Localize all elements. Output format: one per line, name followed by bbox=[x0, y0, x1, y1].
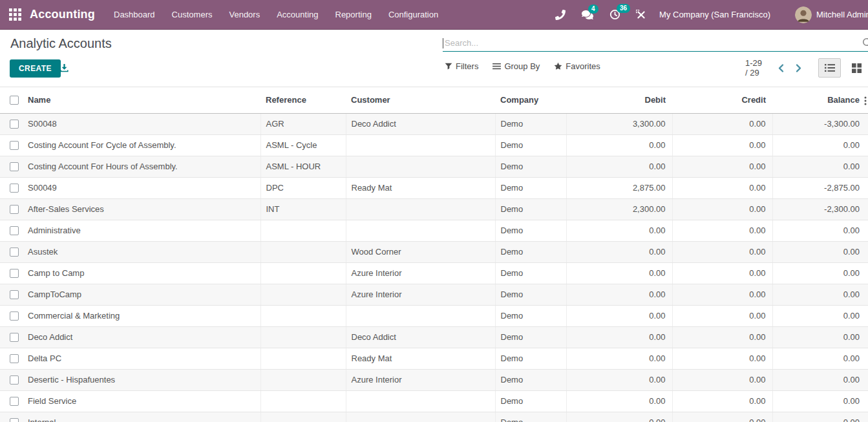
phone-icon[interactable] bbox=[555, 10, 566, 20]
column-header-credit[interactable]: Credit bbox=[672, 87, 772, 113]
cell-name: Administrative bbox=[26, 220, 260, 241]
row-checkbox-cell bbox=[0, 262, 26, 284]
user-menu[interactable]: Mitchell Admin bbox=[795, 6, 868, 23]
menu-customers[interactable]: Customers bbox=[164, 0, 221, 29]
cell-debit: 2,300.00 bbox=[566, 198, 672, 220]
search-input[interactable]: Search... bbox=[443, 35, 868, 52]
table-row[interactable]: After-Sales Services INT Demo 2,300.00 0… bbox=[0, 198, 868, 220]
table-row[interactable]: Deco Addict Deco Addict Demo 0.00 0.00 0… bbox=[0, 326, 868, 348]
cell-company: Demo bbox=[495, 177, 566, 198]
column-header-name[interactable]: Name bbox=[26, 87, 260, 113]
chevron-right-icon bbox=[795, 63, 803, 73]
row-checkbox[interactable] bbox=[10, 418, 19, 422]
row-checkbox-cell bbox=[0, 348, 26, 369]
text-caret bbox=[443, 38, 443, 48]
row-checkbox-cell bbox=[0, 220, 26, 241]
column-header-company[interactable]: Company bbox=[495, 87, 566, 113]
row-checkbox[interactable] bbox=[10, 120, 19, 129]
cell-customer: Azure Interior bbox=[346, 262, 495, 284]
row-checkbox[interactable] bbox=[10, 269, 19, 278]
pager-previous-button[interactable] bbox=[777, 63, 785, 73]
table-row[interactable]: CampToCamp Azure Interior Demo 0.00 0.00… bbox=[0, 284, 868, 305]
cell-company: Demo bbox=[495, 220, 566, 241]
cell-customer: Ready Mat bbox=[346, 348, 495, 369]
table-row[interactable]: Asustek Wood Corner Demo 0.00 0.00 0.00 bbox=[0, 241, 868, 262]
table-row[interactable]: Field Service Demo 0.00 0.00 0.00 bbox=[0, 390, 868, 412]
row-checkbox[interactable] bbox=[10, 226, 19, 235]
export-icon[interactable] bbox=[59, 63, 69, 76]
cell-credit: 0.00 bbox=[672, 113, 772, 134]
cell-reference bbox=[260, 262, 346, 284]
row-checkbox[interactable] bbox=[10, 248, 19, 257]
column-header-debit[interactable]: Debit bbox=[566, 87, 672, 113]
table-row[interactable]: Internal Demo 0.00 0.00 0.00 bbox=[0, 412, 868, 422]
row-checkbox[interactable] bbox=[10, 354, 19, 363]
cell-name: Deco Addict bbox=[26, 326, 260, 348]
favorites-button[interactable]: Favorites bbox=[554, 61, 600, 71]
cell-reference: ASML - Cycle bbox=[260, 134, 346, 156]
optional-columns-icon[interactable] bbox=[864, 96, 867, 107]
messages-icon[interactable]: 4 bbox=[581, 10, 594, 20]
menu-accounting[interactable]: Accounting bbox=[268, 0, 326, 29]
row-checkbox[interactable] bbox=[10, 290, 19, 299]
company-switcher[interactable]: My Company (San Francisco) bbox=[659, 10, 770, 19]
cell-debit: 0.00 bbox=[566, 220, 672, 241]
menu-dashboard[interactable]: Dashboard bbox=[105, 0, 164, 29]
apps-grid-icon[interactable] bbox=[9, 8, 21, 21]
table-row[interactable]: Delta PC Ready Mat Demo 0.00 0.00 0.00 bbox=[0, 348, 868, 369]
column-header-balance[interactable]: Balance bbox=[772, 87, 868, 113]
row-checkbox[interactable] bbox=[10, 397, 19, 406]
cell-name: Desertic - Hispafuentes bbox=[26, 369, 260, 390]
cell-debit: 0.00 bbox=[566, 262, 672, 284]
create-button[interactable]: CREATE bbox=[10, 59, 61, 78]
cell-reference bbox=[260, 412, 346, 422]
cell-credit: 0.00 bbox=[672, 284, 772, 305]
cell-reference bbox=[260, 284, 346, 305]
cell-company: Demo bbox=[495, 326, 566, 348]
cell-credit: 0.00 bbox=[672, 198, 772, 220]
avatar bbox=[795, 6, 812, 23]
column-header-customer[interactable]: Customer bbox=[346, 87, 495, 113]
row-checkbox[interactable] bbox=[10, 184, 19, 193]
search-icon[interactable] bbox=[862, 37, 868, 51]
menu-configuration[interactable]: Configuration bbox=[380, 0, 447, 29]
menu-reporting[interactable]: Reporting bbox=[327, 0, 380, 29]
table-row[interactable]: Desertic - Hispafuentes Azure Interior D… bbox=[0, 369, 868, 390]
table-row[interactable]: Commercial & Marketing Demo 0.00 0.00 0.… bbox=[0, 305, 868, 326]
cell-customer bbox=[346, 412, 495, 422]
table-row[interactable]: Camp to Camp Azure Interior Demo 0.00 0.… bbox=[0, 262, 868, 284]
row-checkbox[interactable] bbox=[10, 162, 19, 171]
cell-credit: 0.00 bbox=[672, 305, 772, 326]
activities-icon[interactable]: 36 bbox=[609, 9, 620, 20]
cell-customer: Deco Addict bbox=[346, 113, 495, 134]
cell-credit: 0.00 bbox=[672, 369, 772, 390]
group-by-button[interactable]: Group By bbox=[492, 61, 540, 71]
cell-debit: 0.00 bbox=[566, 134, 672, 156]
cell-company: Demo bbox=[495, 113, 566, 134]
select-all-checkbox[interactable] bbox=[10, 96, 19, 105]
select-all-cell bbox=[0, 87, 26, 113]
pager-next-button[interactable] bbox=[795, 63, 803, 73]
table-row[interactable]: Administrative Demo 0.00 0.00 0.00 bbox=[0, 220, 868, 241]
cell-customer bbox=[346, 198, 495, 220]
kanban-view-button[interactable] bbox=[845, 58, 868, 78]
cell-customer bbox=[346, 156, 495, 177]
cell-balance: 0.00 bbox=[772, 241, 868, 262]
cell-debit: 0.00 bbox=[566, 390, 672, 412]
table-row[interactable]: S00048 AGR Deco Addict Demo 3,300.00 0.0… bbox=[0, 113, 868, 134]
filters-button[interactable]: Filters bbox=[445, 61, 478, 71]
row-checkbox-cell bbox=[0, 156, 26, 177]
cell-balance: 0.00 bbox=[772, 326, 868, 348]
table-row[interactable]: Costing Account For Hours of Assembly. A… bbox=[0, 156, 868, 177]
row-checkbox[interactable] bbox=[10, 141, 19, 150]
row-checkbox[interactable] bbox=[10, 375, 19, 385]
menu-vendors[interactable]: Vendors bbox=[220, 0, 268, 29]
row-checkbox[interactable] bbox=[10, 311, 19, 321]
row-checkbox[interactable] bbox=[10, 333, 19, 342]
row-checkbox[interactable] bbox=[10, 205, 19, 214]
table-row[interactable]: S00049 DPC Ready Mat Demo 2,875.00 0.00 … bbox=[0, 177, 868, 198]
column-header-reference[interactable]: Reference bbox=[260, 87, 346, 113]
list-view-button[interactable] bbox=[818, 58, 841, 78]
table-row[interactable]: Costing Account For Cycle of Assembly. A… bbox=[0, 134, 868, 156]
tools-icon[interactable] bbox=[636, 10, 646, 20]
